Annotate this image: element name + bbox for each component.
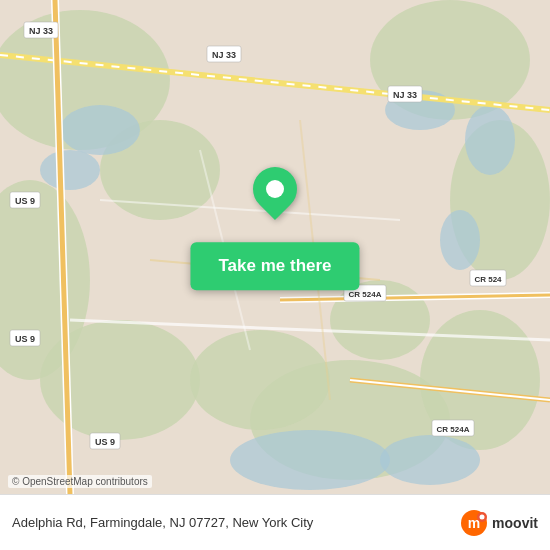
svg-point-12 xyxy=(40,150,100,190)
svg-text:NJ 33: NJ 33 xyxy=(29,26,53,36)
svg-text:NJ 33: NJ 33 xyxy=(393,90,417,100)
svg-point-15 xyxy=(440,210,480,270)
location-pin xyxy=(253,167,297,211)
svg-point-16 xyxy=(230,430,390,490)
address-text: Adelphia Rd, Farmingdale, NJ 07727, New … xyxy=(12,515,460,530)
svg-point-11 xyxy=(60,105,140,155)
take-me-there-button[interactable]: Take me there xyxy=(190,242,359,290)
osm-credit: © OpenStreetMap contributors xyxy=(8,475,152,488)
svg-text:CR 524A: CR 524A xyxy=(437,425,470,434)
svg-text:CR 524A: CR 524A xyxy=(349,290,382,299)
svg-text:US 9: US 9 xyxy=(15,334,35,344)
moovit-brand-name: moovit xyxy=(492,515,538,531)
moovit-logo: m moovit xyxy=(460,509,538,537)
svg-text:US 9: US 9 xyxy=(95,437,115,447)
map-container: NJ 33 NJ 33 NJ 33 US 9 US 9 US 9 CR 524A… xyxy=(0,0,550,494)
svg-text:US 9: US 9 xyxy=(15,196,35,206)
svg-point-17 xyxy=(380,435,480,485)
svg-point-53 xyxy=(480,514,485,519)
svg-point-14 xyxy=(465,105,515,175)
moovit-app-icon: m xyxy=(460,509,488,537)
svg-point-8 xyxy=(190,330,330,430)
svg-text:NJ 33: NJ 33 xyxy=(212,50,236,60)
svg-text:CR 524: CR 524 xyxy=(474,275,502,284)
bottom-bar: Adelphia Rd, Farmingdale, NJ 07727, New … xyxy=(0,494,550,550)
